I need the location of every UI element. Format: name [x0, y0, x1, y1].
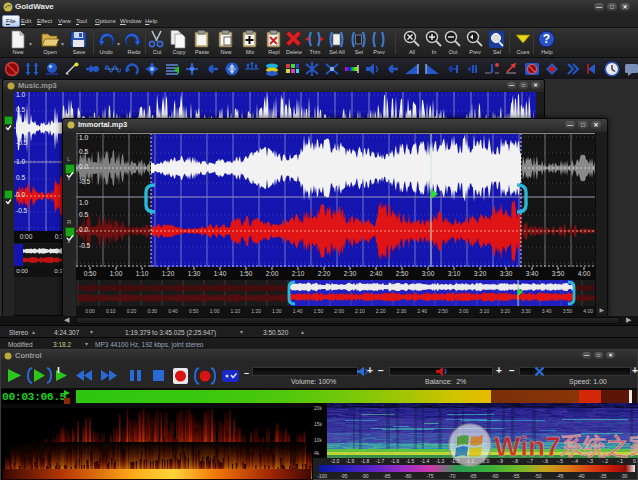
svg-text:系统之家: 系统之家 [559, 433, 638, 459]
svg-text:Win7: Win7 [494, 431, 561, 462]
svg-text:?: ? [543, 32, 550, 46]
